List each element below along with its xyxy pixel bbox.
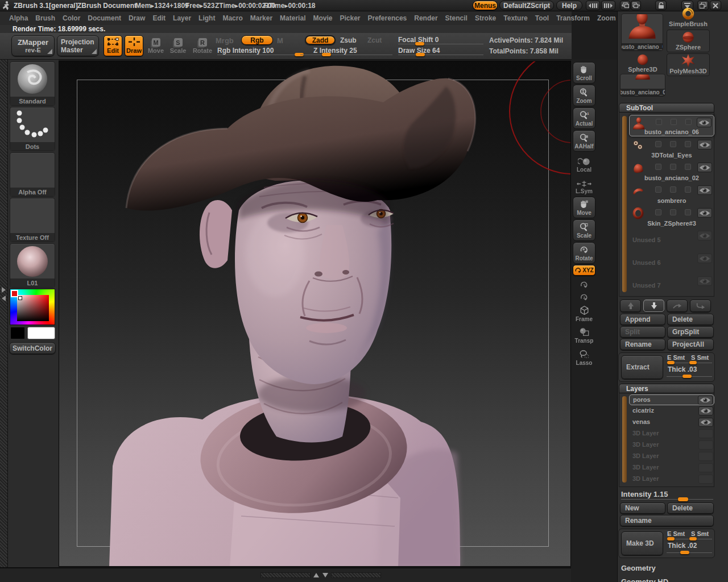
draw-mode-button[interactable]: Draw xyxy=(125,35,143,56)
subtool-move-down-button[interactable] xyxy=(643,300,664,312)
current-stroke-thumb[interactable]: Dots xyxy=(10,107,55,151)
subtool-slot[interactable] xyxy=(685,119,692,125)
extract-thick-label[interactable]: Thick .03 xyxy=(668,365,697,373)
menu-document[interactable]: Document xyxy=(88,14,121,22)
subtool-section-header[interactable]: SubTool xyxy=(619,103,714,113)
color-hue-cursor[interactable] xyxy=(11,290,18,297)
focal-shift-track[interactable] xyxy=(398,44,483,44)
layer-visibility-toggle[interactable] xyxy=(698,396,713,405)
subtool-slot[interactable] xyxy=(671,119,677,125)
subtool-slot[interactable] xyxy=(685,164,691,170)
rename-button[interactable]: Rename xyxy=(620,339,665,350)
menu-texture[interactable]: Texture xyxy=(503,14,527,22)
subtool-slot[interactable] xyxy=(655,141,661,147)
subtool-row-busto-anciano-02[interactable]: busto_anciano_02 xyxy=(629,160,714,182)
layer-visibility-toggle[interactable] xyxy=(698,475,713,484)
layer-row-empty[interactable]: 3D Layer xyxy=(629,429,714,439)
subtool-slot[interactable] xyxy=(670,141,676,147)
left-tray-divider[interactable] xyxy=(0,60,8,582)
layer-intensity-handle[interactable] xyxy=(678,497,688,501)
m-button[interactable]: M xyxy=(277,36,283,45)
draw-size-track[interactable] xyxy=(398,55,483,55)
projectall-button[interactable]: ProjectAll xyxy=(667,339,714,350)
subtool-visibility-toggle[interactable] xyxy=(697,208,712,218)
layer-rename-button[interactable]: Rename xyxy=(620,515,714,526)
rgb-intensity-slider-label[interactable]: Rgb Intensity 100 xyxy=(217,47,274,55)
layer-row-empty[interactable]: 3D Layer xyxy=(629,474,714,485)
zcut-button[interactable]: Zcut xyxy=(367,36,382,44)
actual-button[interactable]: x1 Actual xyxy=(573,107,595,129)
make3d-thick-track[interactable] xyxy=(667,552,712,553)
layer-row-venas[interactable]: venas xyxy=(629,417,714,428)
layer-delete-button[interactable]: Delete xyxy=(667,502,714,514)
active-tool-thumb[interactable]: busto_anciano_0 xyxy=(621,14,663,51)
split-button[interactable]: Split xyxy=(620,326,665,338)
zadd-button[interactable]: Zadd xyxy=(305,35,336,45)
divider-updown-arrows-icon[interactable] xyxy=(313,572,329,578)
current-material-thumb[interactable]: L01 xyxy=(10,243,55,288)
frame-button[interactable]: Frame xyxy=(573,304,595,324)
bottom-divider-bar-left[interactable] xyxy=(260,572,311,578)
help-button[interactable]: Help xyxy=(556,1,582,10)
scroll-button[interactable]: Scroll xyxy=(573,62,595,84)
layer-visibility-toggle[interactable] xyxy=(698,418,713,427)
close-button[interactable] xyxy=(710,1,721,10)
divider-close-arrow-icon[interactable] xyxy=(2,296,6,301)
layer-row-empty[interactable]: 3D Layer xyxy=(629,451,714,462)
menu-color[interactable]: Color xyxy=(63,14,80,22)
switch-color-button[interactable]: SwitchColor xyxy=(9,342,56,354)
color-picker[interactable] xyxy=(10,289,55,325)
subtool-row-unused-5[interactable]: Unused 5 xyxy=(629,228,714,250)
zmapper-button[interactable]: ZMapper rev-E xyxy=(11,35,55,56)
layer-intensity-slider-label[interactable]: Intensity 1.15 xyxy=(621,490,668,498)
geometry-hd-section-header[interactable]: Geometry HD xyxy=(621,577,668,582)
current-texture-thumb[interactable]: Texture Off xyxy=(10,198,55,242)
divider-scroll-right-button[interactable] xyxy=(601,1,615,10)
divider-scroll-left-button[interactable] xyxy=(586,1,600,10)
secondary-color-swatch[interactable] xyxy=(10,327,25,339)
subtool-move-up-button[interactable] xyxy=(620,300,641,312)
lasso-button[interactable]: Lasso xyxy=(573,347,595,368)
grpsplit-button[interactable]: GrpSplit xyxy=(667,326,714,338)
menu-marker[interactable]: Marker xyxy=(250,14,272,22)
geometry-section-header[interactable]: Geometry xyxy=(621,564,656,572)
move-mode-button[interactable]: M Move xyxy=(146,36,166,56)
extract-ssmt-label[interactable]: S Smt xyxy=(691,354,709,361)
local-button[interactable]: Local xyxy=(573,155,595,175)
extract-esmt-label[interactable]: E Smt xyxy=(667,354,685,361)
layer-row-empty[interactable]: 3D Layer xyxy=(629,440,714,451)
menu-zoom[interactable]: Zoom xyxy=(597,14,616,22)
subtool-visibility-toggle[interactable] xyxy=(697,118,712,127)
menu-stroke[interactable]: Stroke xyxy=(475,14,496,22)
subtool-slot[interactable] xyxy=(685,186,691,193)
default-zscript-button[interactable]: DefaultZScript xyxy=(499,1,554,10)
extract-thick-handle[interactable] xyxy=(682,375,692,378)
make3d-esmt-label[interactable]: E Smt xyxy=(667,530,685,537)
layer-visibility-toggle[interactable] xyxy=(698,452,713,461)
make3d-button[interactable]: Make 3D xyxy=(621,531,663,555)
layer-row-cicatriz[interactable]: cicatriz xyxy=(629,406,714,417)
subtool-row-skin-zsphere[interactable]: Skin_ZSphere#3 xyxy=(629,206,714,227)
scale-mode-button[interactable]: S Scale xyxy=(168,36,188,56)
projection-master-button[interactable]: Projection Master xyxy=(57,35,99,56)
subtool-visibility-toggle[interactable] xyxy=(697,163,712,172)
menu-stencil[interactable]: Stencil xyxy=(445,14,468,22)
draw-size-handle[interactable] xyxy=(416,53,425,56)
z-intensity-slider-label[interactable]: Z Intensity 25 xyxy=(313,47,357,55)
z-intensity-track[interactable] xyxy=(300,55,392,55)
layer-visibility-toggle[interactable] xyxy=(698,429,713,438)
subtool-slot[interactable] xyxy=(655,209,661,215)
make3d-ssmt-label[interactable]: S Smt xyxy=(691,530,709,537)
canvas-rotate-button[interactable]: Rotate xyxy=(573,242,595,264)
main-color-swatch[interactable] xyxy=(27,327,55,339)
menu-draw[interactable]: Draw xyxy=(129,14,145,22)
append-button[interactable]: Append xyxy=(620,314,665,325)
layers-section-header[interactable]: Layers xyxy=(619,384,714,393)
subtool-row-busto-anciano-06[interactable]: busto_anciano_06 xyxy=(629,115,714,136)
transp-button[interactable]: Transp xyxy=(573,325,595,346)
lsym-button[interactable]: L.Sym xyxy=(573,177,595,197)
canvas-move-button[interactable]: Move xyxy=(573,197,595,218)
prev-window-button[interactable] xyxy=(620,1,630,10)
lock-button[interactable] xyxy=(655,1,667,10)
menu-edit[interactable]: Edit xyxy=(152,14,166,22)
